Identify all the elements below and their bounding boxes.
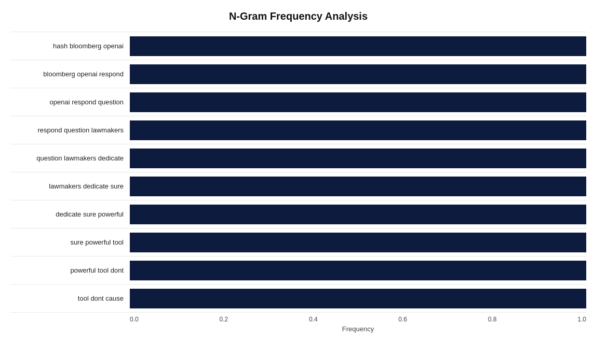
x-tick: 0.6 (398, 316, 407, 323)
x-axis-label: Frequency (10, 325, 586, 333)
x-tick: 0.2 (219, 316, 228, 323)
bar-track (130, 177, 586, 196)
bar-track (130, 289, 586, 308)
chart-area: hash bloomberg openaibloomberg openai re… (10, 32, 586, 313)
bar-track (130, 64, 586, 84)
x-axis: 0.00.20.40.60.81.0 (10, 316, 586, 323)
bar-fill (130, 64, 586, 84)
chart-container: N-Gram Frequency Analysis hash bloomberg… (0, 0, 607, 364)
bar-row: bloomberg openai respond (10, 60, 586, 88)
bar-fill (130, 120, 586, 140)
chart-title: N-Gram Frequency Analysis (10, 10, 586, 22)
bar-row: dedicate sure powerful (10, 200, 586, 228)
x-tick: 0.8 (488, 316, 497, 323)
bar-label: question lawmakers dedicate (10, 154, 130, 162)
bar-track (130, 205, 586, 224)
bar-fill (130, 261, 586, 280)
bar-track (130, 120, 586, 140)
bar-fill (130, 36, 586, 56)
bar-track (130, 233, 586, 252)
bar-label: powerful tool dont (10, 266, 130, 274)
bar-fill (130, 205, 586, 224)
bar-fill (130, 289, 586, 308)
bar-track (130, 261, 586, 280)
bar-track (130, 149, 586, 168)
bar-fill (130, 92, 586, 112)
bar-row: lawmakers dedicate sure (10, 172, 586, 200)
bar-row: powerful tool dont (10, 257, 586, 285)
bar-track (130, 92, 586, 112)
x-tick: 0.4 (309, 316, 318, 323)
bar-row: openai respond question (10, 88, 586, 116)
bar-row: hash bloomberg openai (10, 32, 586, 60)
bar-label: lawmakers dedicate sure (10, 182, 130, 190)
bar-label: respond question lawmakers (10, 126, 130, 134)
bar-row: respond question lawmakers (10, 116, 586, 144)
x-axis-ticks: 0.00.20.40.60.81.0 (130, 316, 586, 323)
x-tick: 0.0 (130, 316, 139, 323)
x-tick: 1.0 (577, 316, 586, 323)
bar-row: question lawmakers dedicate (10, 144, 586, 172)
bar-fill (130, 177, 586, 196)
bar-label: openai respond question (10, 98, 130, 106)
bar-label: sure powerful tool (10, 238, 130, 246)
bar-fill (130, 233, 586, 252)
bar-track (130, 36, 586, 56)
bar-label: bloomberg openai respond (10, 70, 130, 78)
bar-label: dedicate sure powerful (10, 210, 130, 218)
bar-label: hash bloomberg openai (10, 42, 130, 50)
bar-fill (130, 149, 586, 168)
bar-row: sure powerful tool (10, 228, 586, 257)
bar-row: tool dont cause (10, 285, 586, 313)
bar-label: tool dont cause (10, 294, 130, 302)
